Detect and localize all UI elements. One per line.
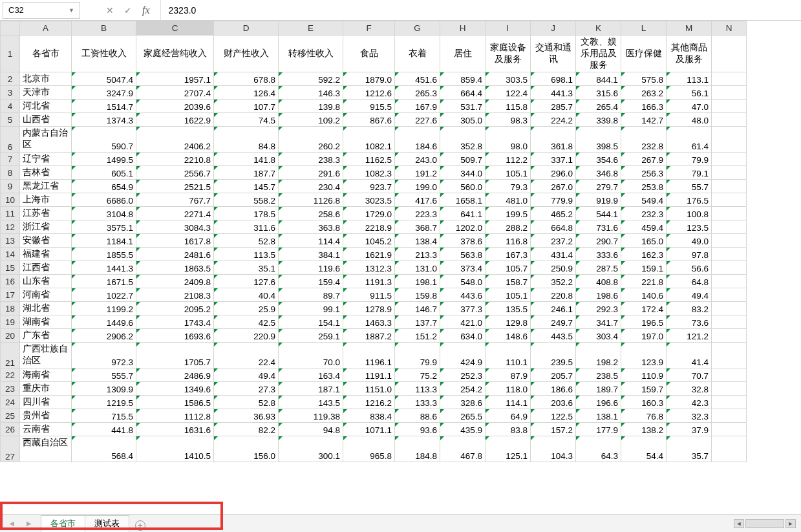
cell-H3[interactable]: 664.4 — [440, 86, 486, 100]
cell-J18[interactable]: 246.1 — [531, 302, 576, 315]
tab-nav-next-icon[interactable]: ► — [25, 519, 32, 528]
cell-D12[interactable]: 311.6 — [214, 220, 279, 234]
cell-N24[interactable] — [712, 396, 747, 409]
cell-N1[interactable] — [712, 36, 747, 72]
cell-J15[interactable]: 250.9 — [531, 261, 576, 275]
cell-G11[interactable]: 223.3 — [395, 207, 440, 220]
cell-F24[interactable]: 1216.2 — [343, 396, 395, 409]
cell-C19[interactable]: 1743.4 — [136, 315, 214, 329]
cell-E18[interactable]: 99.1 — [279, 302, 343, 315]
cell-D5[interactable]: 74.5 — [214, 113, 279, 127]
col-header-B[interactable]: B — [72, 21, 136, 36]
cell-H14[interactable]: 563.8 — [440, 248, 486, 261]
cell-D16[interactable]: 127.6 — [214, 275, 279, 288]
cell-L20[interactable]: 197.0 — [621, 329, 667, 343]
cell-I4[interactable]: 115.8 — [486, 100, 531, 113]
cell-K21[interactable]: 198.2 — [576, 343, 621, 368]
cell-M22[interactable]: 70.7 — [667, 368, 712, 382]
cell-K8[interactable]: 346.8 — [576, 166, 621, 180]
cell-D2[interactable]: 678.8 — [214, 72, 279, 86]
cell-J6[interactable]: 361.8 — [531, 127, 576, 153]
cell-K23[interactable]: 189.7 — [576, 382, 621, 396]
cell-M19[interactable]: 73.6 — [667, 315, 712, 329]
cell-H15[interactable]: 373.4 — [440, 261, 486, 275]
cell-M1[interactable]: 其他商品及服务 — [667, 36, 712, 72]
cell-D22[interactable]: 49.4 — [214, 368, 279, 382]
cell-N12[interactable] — [712, 220, 747, 234]
cell-M4[interactable]: 47.0 — [667, 100, 712, 113]
cell-K26[interactable]: 177.9 — [576, 423, 621, 436]
cell-G14[interactable]: 213.3 — [395, 248, 440, 261]
cell-M24[interactable]: 42.3 — [667, 396, 712, 409]
cell-L27[interactable]: 54.4 — [621, 436, 667, 462]
cell-G21[interactable]: 79.9 — [395, 343, 440, 368]
cell-I19[interactable]: 129.8 — [486, 315, 531, 329]
row-header-16[interactable]: 16 — [1, 275, 20, 288]
cell-K6[interactable]: 398.5 — [576, 127, 621, 153]
cell-K12[interactable]: 731.6 — [576, 220, 621, 234]
cell-B21[interactable]: 972.3 — [72, 343, 136, 368]
cell-A26[interactable]: 云南省 — [20, 423, 72, 436]
cell-H8[interactable]: 344.0 — [440, 166, 486, 180]
cell-J12[interactable]: 664.8 — [531, 220, 576, 234]
cell-G18[interactable]: 146.7 — [395, 302, 440, 315]
cell-N25[interactable] — [712, 409, 747, 423]
cell-E12[interactable]: 363.8 — [279, 220, 343, 234]
cell-C17[interactable]: 2108.3 — [136, 288, 214, 302]
scroll-track[interactable] — [745, 519, 784, 528]
cell-J14[interactable]: 431.4 — [531, 248, 576, 261]
cell-N22[interactable] — [712, 368, 747, 382]
cell-J8[interactable]: 296.0 — [531, 166, 576, 180]
cell-B14[interactable]: 1855.5 — [72, 248, 136, 261]
cell-F9[interactable]: 923.7 — [343, 180, 395, 193]
cell-M2[interactable]: 113.1 — [667, 72, 712, 86]
cell-E27[interactable]: 300.1 — [279, 436, 343, 462]
cell-K7[interactable]: 354.6 — [576, 153, 621, 166]
cell-M15[interactable]: 56.6 — [667, 261, 712, 275]
cell-J23[interactable]: 186.6 — [531, 382, 576, 396]
cell-B11[interactable]: 3104.8 — [72, 207, 136, 220]
cell-D13[interactable]: 52.8 — [214, 234, 279, 248]
cell-J11[interactable]: 465.2 — [531, 207, 576, 220]
cell-E26[interactable]: 94.8 — [279, 423, 343, 436]
cell-A5[interactable]: 山西省 — [20, 113, 72, 127]
cell-A23[interactable]: 重庆市 — [20, 382, 72, 396]
cell-C25[interactable]: 1112.8 — [136, 409, 214, 423]
row-header-22[interactable]: 22 — [1, 368, 20, 382]
cell-G22[interactable]: 75.2 — [395, 368, 440, 382]
cell-C5[interactable]: 1622.9 — [136, 113, 214, 127]
cell-B25[interactable]: 715.5 — [72, 409, 136, 423]
cell-H20[interactable]: 634.0 — [440, 329, 486, 343]
cell-D14[interactable]: 113.5 — [214, 248, 279, 261]
cell-I17[interactable]: 105.1 — [486, 288, 531, 302]
cell-G8[interactable]: 191.2 — [395, 166, 440, 180]
cell-A19[interactable]: 湖南省 — [20, 315, 72, 329]
cell-L10[interactable]: 549.4 — [621, 193, 667, 207]
row-header-23[interactable]: 23 — [1, 382, 20, 396]
cell-H19[interactable]: 421.0 — [440, 315, 486, 329]
cell-K13[interactable]: 290.7 — [576, 234, 621, 248]
cell-I8[interactable]: 105.1 — [486, 166, 531, 180]
cell-E2[interactable]: 592.2 — [279, 72, 343, 86]
cell-C23[interactable]: 1349.6 — [136, 382, 214, 396]
cell-E5[interactable]: 109.2 — [279, 113, 343, 127]
cell-B5[interactable]: 1374.3 — [72, 113, 136, 127]
cell-M12[interactable]: 123.5 — [667, 220, 712, 234]
row-header-11[interactable]: 11 — [1, 207, 20, 220]
cell-D1[interactable]: 财产性收入 — [214, 36, 279, 72]
cell-N5[interactable] — [712, 113, 747, 127]
cell-B20[interactable]: 2906.2 — [72, 329, 136, 343]
cell-G7[interactable]: 243.0 — [395, 153, 440, 166]
cell-M23[interactable]: 32.8 — [667, 382, 712, 396]
cell-I12[interactable]: 288.2 — [486, 220, 531, 234]
cell-I6[interactable]: 98.0 — [486, 127, 531, 153]
cell-A10[interactable]: 上海市 — [20, 193, 72, 207]
cell-D4[interactable]: 107.7 — [214, 100, 279, 113]
cell-J4[interactable]: 285.7 — [531, 100, 576, 113]
cell-M10[interactable]: 176.5 — [667, 193, 712, 207]
cell-I18[interactable]: 135.5 — [486, 302, 531, 315]
cell-K24[interactable]: 196.6 — [576, 396, 621, 409]
cell-C11[interactable]: 2271.4 — [136, 207, 214, 220]
cell-G4[interactable]: 167.9 — [395, 100, 440, 113]
cell-N23[interactable] — [712, 382, 747, 396]
